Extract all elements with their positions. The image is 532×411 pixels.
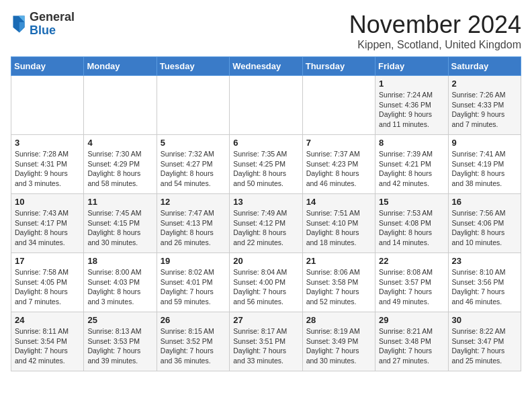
day-info: Sunrise: 7:45 AM Sunset: 4:15 PM Dayligh…	[87, 208, 152, 248]
title-section: November 2024 Kippen, Scotland, United K…	[349, 11, 521, 51]
calendar-cell: 9Sunrise: 7:41 AM Sunset: 4:19 PM Daylig…	[448, 135, 521, 194]
day-info: Sunrise: 7:35 AM Sunset: 4:25 PM Dayligh…	[233, 149, 298, 189]
day-number: 25	[87, 315, 152, 325]
day-info: Sunrise: 7:53 AM Sunset: 4:08 PM Dayligh…	[379, 208, 444, 248]
calendar-cell: 30Sunrise: 8:22 AM Sunset: 3:47 PM Dayli…	[448, 312, 521, 371]
calendar-week-row: 1Sunrise: 7:24 AM Sunset: 4:36 PM Daylig…	[11, 76, 521, 135]
calendar-cell: 26Sunrise: 8:15 AM Sunset: 3:52 PM Dayli…	[157, 312, 229, 371]
calendar-cell: 1Sunrise: 7:24 AM Sunset: 4:36 PM Daylig…	[375, 76, 448, 135]
day-number: 6	[233, 138, 298, 148]
calendar-cell: 10Sunrise: 7:43 AM Sunset: 4:17 PM Dayli…	[11, 194, 84, 253]
day-of-week-header: Monday	[84, 57, 157, 76]
calendar-cell: 27Sunrise: 8:17 AM Sunset: 3:51 PM Dayli…	[230, 312, 302, 371]
calendar-cell: 17Sunrise: 7:58 AM Sunset: 4:05 PM Dayli…	[11, 253, 84, 312]
day-info: Sunrise: 7:28 AM Sunset: 4:31 PM Dayligh…	[15, 149, 80, 189]
day-info: Sunrise: 7:24 AM Sunset: 4:36 PM Dayligh…	[379, 90, 444, 130]
calendar-cell: 21Sunrise: 8:06 AM Sunset: 3:58 PM Dayli…	[302, 253, 375, 312]
day-info: Sunrise: 7:26 AM Sunset: 4:33 PM Dayligh…	[452, 90, 517, 130]
day-number: 10	[15, 197, 80, 207]
day-number: 27	[233, 315, 298, 325]
calendar-week-row: 24Sunrise: 8:11 AM Sunset: 3:54 PM Dayli…	[11, 312, 521, 371]
day-number: 7	[306, 138, 371, 148]
day-number: 24	[15, 315, 80, 325]
day-of-week-header: Saturday	[448, 57, 521, 76]
calendar-cell: 25Sunrise: 8:13 AM Sunset: 3:53 PM Dayli…	[84, 312, 157, 371]
calendar-cell: 5Sunrise: 7:32 AM Sunset: 4:27 PM Daylig…	[157, 135, 229, 194]
day-number: 26	[161, 315, 226, 325]
day-info: Sunrise: 8:10 AM Sunset: 3:56 PM Dayligh…	[452, 267, 517, 307]
calendar-cell: 4Sunrise: 7:30 AM Sunset: 4:29 PM Daylig…	[84, 135, 157, 194]
calendar-cell: 2Sunrise: 7:26 AM Sunset: 4:33 PM Daylig…	[448, 76, 521, 135]
day-info: Sunrise: 8:06 AM Sunset: 3:58 PM Dayligh…	[306, 267, 371, 307]
day-number: 12	[161, 197, 226, 207]
calendar-week-row: 3Sunrise: 7:28 AM Sunset: 4:31 PM Daylig…	[11, 135, 521, 194]
calendar-cell: 6Sunrise: 7:35 AM Sunset: 4:25 PM Daylig…	[230, 135, 302, 194]
calendar-cell: 29Sunrise: 8:21 AM Sunset: 3:48 PM Dayli…	[375, 312, 448, 371]
day-info: Sunrise: 7:56 AM Sunset: 4:06 PM Dayligh…	[452, 208, 517, 248]
logo: General Blue	[11, 11, 75, 38]
calendar-cell: 8Sunrise: 7:39 AM Sunset: 4:21 PM Daylig…	[375, 135, 448, 194]
day-number: 5	[161, 138, 226, 148]
day-info: Sunrise: 7:51 AM Sunset: 4:10 PM Dayligh…	[306, 208, 371, 248]
calendar-cell: 24Sunrise: 8:11 AM Sunset: 3:54 PM Dayli…	[11, 312, 84, 371]
calendar-cell	[302, 76, 375, 135]
calendar-cell: 11Sunrise: 7:45 AM Sunset: 4:15 PM Dayli…	[84, 194, 157, 253]
day-info: Sunrise: 8:08 AM Sunset: 3:57 PM Dayligh…	[379, 267, 444, 307]
day-info: Sunrise: 8:21 AM Sunset: 3:48 PM Dayligh…	[379, 326, 444, 366]
day-number: 20	[233, 256, 298, 266]
day-number: 13	[233, 197, 298, 207]
calendar-week-row: 10Sunrise: 7:43 AM Sunset: 4:17 PM Dayli…	[11, 194, 521, 253]
calendar-cell: 13Sunrise: 7:49 AM Sunset: 4:12 PM Dayli…	[230, 194, 302, 253]
calendar-cell: 19Sunrise: 8:02 AM Sunset: 4:01 PM Dayli…	[157, 253, 229, 312]
day-number: 30	[452, 315, 517, 325]
calendar-cell: 12Sunrise: 7:47 AM Sunset: 4:13 PM Dayli…	[157, 194, 229, 253]
day-info: Sunrise: 8:11 AM Sunset: 3:54 PM Dayligh…	[15, 326, 80, 366]
day-info: Sunrise: 8:19 AM Sunset: 3:49 PM Dayligh…	[306, 326, 371, 366]
calendar-cell: 7Sunrise: 7:37 AM Sunset: 4:23 PM Daylig…	[302, 135, 375, 194]
day-info: Sunrise: 7:43 AM Sunset: 4:17 PM Dayligh…	[15, 208, 80, 248]
day-number: 19	[161, 256, 226, 266]
day-info: Sunrise: 8:22 AM Sunset: 3:47 PM Dayligh…	[452, 326, 517, 366]
day-info: Sunrise: 7:32 AM Sunset: 4:27 PM Dayligh…	[161, 149, 226, 189]
day-of-week-header: Thursday	[302, 57, 375, 76]
calendar-cell: 28Sunrise: 8:19 AM Sunset: 3:49 PM Dayli…	[302, 312, 375, 371]
logo-text: General Blue	[30, 11, 75, 38]
day-info: Sunrise: 8:17 AM Sunset: 3:51 PM Dayligh…	[233, 326, 298, 366]
day-info: Sunrise: 7:39 AM Sunset: 4:21 PM Dayligh…	[379, 149, 444, 189]
day-of-week-header: Sunday	[11, 57, 84, 76]
day-number: 1	[379, 79, 444, 89]
location: Kippen, Scotland, United Kingdom	[349, 39, 521, 51]
calendar-cell: 14Sunrise: 7:51 AM Sunset: 4:10 PM Dayli…	[302, 194, 375, 253]
day-number: 4	[87, 138, 152, 148]
calendar-cell: 23Sunrise: 8:10 AM Sunset: 3:56 PM Dayli…	[448, 253, 521, 312]
calendar-cell	[157, 76, 229, 135]
calendar-cell	[84, 76, 157, 135]
day-number: 2	[452, 79, 517, 89]
day-info: Sunrise: 7:30 AM Sunset: 4:29 PM Dayligh…	[87, 149, 152, 189]
logo-icon	[11, 15, 27, 34]
calendar-cell	[11, 76, 84, 135]
day-number: 23	[452, 256, 517, 266]
day-number: 11	[87, 197, 152, 207]
day-number: 28	[306, 315, 371, 325]
calendar-cell: 20Sunrise: 8:04 AM Sunset: 4:00 PM Dayli…	[230, 253, 302, 312]
calendar-cell	[230, 76, 302, 135]
calendar-table: SundayMondayTuesdayWednesdayThursdayFrid…	[11, 56, 521, 371]
calendar-week-row: 17Sunrise: 7:58 AM Sunset: 4:05 PM Dayli…	[11, 253, 521, 312]
day-number: 29	[379, 315, 444, 325]
day-number: 15	[379, 197, 444, 207]
day-info: Sunrise: 8:04 AM Sunset: 4:00 PM Dayligh…	[233, 267, 298, 307]
day-number: 3	[15, 138, 80, 148]
day-number: 9	[452, 138, 517, 148]
day-number: 21	[306, 256, 371, 266]
header: General Blue November 2024 Kippen, Scotl…	[11, 11, 521, 51]
calendar-header-row: SundayMondayTuesdayWednesdayThursdayFrid…	[11, 57, 521, 76]
calendar-cell: 16Sunrise: 7:56 AM Sunset: 4:06 PM Dayli…	[448, 194, 521, 253]
day-number: 16	[452, 197, 517, 207]
day-number: 8	[379, 138, 444, 148]
calendar-cell: 3Sunrise: 7:28 AM Sunset: 4:31 PM Daylig…	[11, 135, 84, 194]
day-of-week-header: Friday	[375, 57, 448, 76]
day-info: Sunrise: 7:58 AM Sunset: 4:05 PM Dayligh…	[15, 267, 80, 307]
day-number: 14	[306, 197, 371, 207]
month-title: November 2024	[349, 11, 521, 39]
